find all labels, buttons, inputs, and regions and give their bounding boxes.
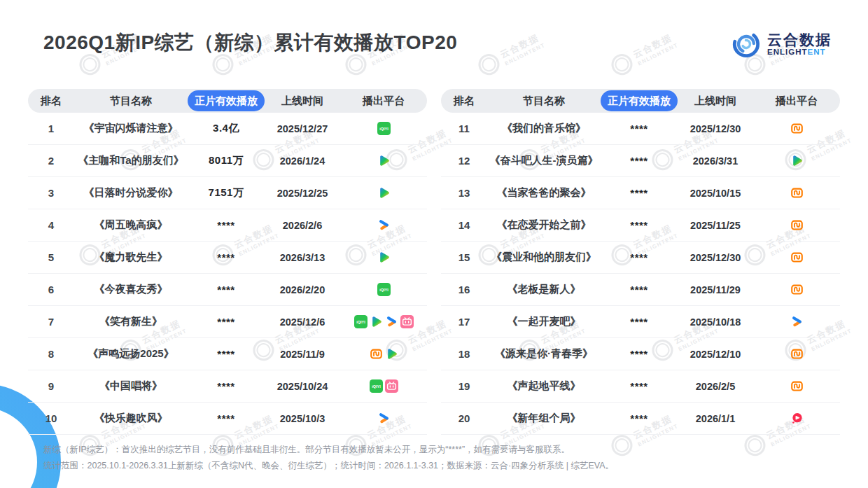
rank-cell: 4 [28, 219, 74, 231]
show-name-cell: 《我们的音乐馆》 [487, 122, 601, 135]
rank-cell: 20 [441, 412, 487, 424]
tencent-icon [377, 154, 391, 167]
plays-cell: **** [601, 219, 678, 231]
mgtv-icon [370, 347, 383, 361]
rank-cell: 15 [441, 251, 487, 263]
plays-cell: **** [601, 123, 678, 134]
platforms-cell: iQIYI [340, 283, 427, 296]
table-row: 5《魔力歌先生》****2026/3/13 [28, 242, 427, 274]
youku-icon [385, 315, 398, 328]
column-header: 排名 [28, 95, 74, 108]
launch-date-cell: 2025/12/6 [265, 316, 340, 328]
launch-date-cell: 2026/2/5 [678, 381, 753, 392]
plays-cell: **** [601, 380, 678, 392]
show-name-cell: 《当家爸爸的聚会》 [487, 186, 601, 200]
rank-cell: 7 [28, 316, 74, 328]
table-row: 9《中国唱将》****2025/10/24iQIYI [28, 370, 427, 403]
tencent-icon [377, 251, 391, 264]
table-header-row: 排名节目名称正片有效播放上线时间播出平台 [28, 89, 427, 113]
plays-cell: **** [601, 187, 678, 199]
youku-icon [377, 218, 391, 232]
table-row: 4《周五晚高疯》****2026/2/6 [28, 209, 427, 242]
table-body: 1《宇宙闪烁请注意》3.4亿2025/12/27iQIYI2《主咖和Ta的朋友们… [28, 113, 427, 435]
launch-date-cell: 2025/12/25 [265, 188, 340, 199]
launch-date-cell: 2026/1/1 [678, 413, 753, 424]
table-row: 3《日落时分说爱你》7151万2025/12/25 [28, 177, 427, 209]
rank-cell: 16 [441, 284, 487, 295]
show-name-cell: 《日落时分说爱你》 [74, 186, 188, 200]
table-header-row: 排名节目名称正片有效播放上线时间播出平台 [441, 89, 840, 113]
launch-date-cell: 2026/3/13 [265, 252, 340, 263]
rank-cell: 14 [441, 219, 487, 231]
platforms-cell [753, 379, 840, 393]
show-name-cell: 《在恋爱开始之前》 [487, 218, 601, 232]
mgtv-icon [790, 186, 804, 200]
platforms-cell [340, 218, 427, 232]
rank-cell: 3 [28, 187, 74, 199]
show-name-cell: 《新年组个局》 [487, 412, 601, 425]
tencent-icon [377, 186, 391, 200]
launch-date-cell: 2025/11/9 [265, 349, 340, 360]
mgtv-icon [790, 218, 804, 232]
table-row: 10《快乐趣吹风》****2025/10/3 [28, 403, 427, 435]
launch-date-cell: 2025/10/3 [265, 413, 340, 424]
show-name-cell: 《源来是你·青春季》 [487, 347, 601, 361]
tencent-icon [370, 315, 383, 328]
launch-date-cell: 2025/12/30 [678, 123, 753, 134]
launch-date-cell: 2025/12/27 [265, 123, 340, 134]
svg-text:iQIYI: iQIYI [356, 320, 365, 324]
show-name-cell: 《主咖和Ta的朋友们》 [74, 154, 188, 167]
table-row: 11《我们的音乐馆》****2025/12/30 [441, 113, 840, 145]
iqiyi-icon: iQIYI [370, 379, 383, 393]
show-name-cell: 《声起地平线》 [487, 379, 601, 393]
rank-table-1-10: 排名节目名称正片有效播放上线时间播出平台 1《宇宙闪烁请注意》3.4亿2025/… [28, 89, 427, 435]
table-row: 14《在恋爱开始之前》****2025/11/25 [441, 209, 840, 242]
youku-icon [790, 315, 804, 328]
show-name-cell: 《声鸣远扬2025》 [74, 347, 188, 361]
launch-date-cell: 2025/10/15 [678, 188, 753, 199]
plays-cell: **** [188, 316, 265, 328]
page-title: 2026Q1新IP综艺（新综）累计有效播放TOP20 [43, 28, 457, 57]
plays-cell: **** [188, 348, 265, 360]
show-name-cell: 《中国唱将》 [74, 379, 188, 393]
plays-cell: 3.4亿 [188, 122, 265, 135]
launch-date-cell: 2026/3/31 [678, 155, 753, 167]
table-row: 1《宇宙闪烁请注意》3.4亿2025/12/27iQIYI [28, 113, 427, 145]
platforms-cell [340, 347, 427, 361]
rank-cell: 9 [28, 380, 74, 392]
plays-cell: **** [188, 219, 265, 231]
enlightent-swirl-icon [732, 29, 761, 59]
launch-date-cell: 2026/2/6 [265, 220, 340, 231]
show-name-cell: 《快乐趣吹风》 [74, 412, 188, 425]
platforms-cell: iQIYI [340, 379, 427, 393]
platforms-cell [340, 412, 427, 425]
column-header: 上线时间 [678, 95, 753, 108]
show-name-cell: 《老板是新人》 [487, 283, 601, 296]
plays-cell: **** [188, 380, 265, 392]
brand-wordmark: 云合数据 ENLIGHTENT [767, 32, 832, 57]
bilibili-icon [400, 315, 414, 328]
launch-date-cell: 2025/10/18 [678, 316, 753, 328]
show-name-cell: 《周五晚高疯》 [74, 218, 188, 232]
platforms-cell [753, 122, 840, 135]
footnote-scope-source: 统计范围：2025.10.1-2026.3.31上新新综（不含综N代、晚会、衍生… [43, 458, 614, 474]
platforms-cell: iQIYI [340, 122, 427, 135]
launch-date-cell: 2025/10/24 [265, 381, 340, 392]
table-row: 7《笑有新生》****2025/12/6iQIYI [28, 306, 427, 338]
iqiyi-icon: iQIYI [377, 122, 391, 135]
rank-cell: 10 [28, 412, 74, 424]
launch-date-cell: 2026/2/20 [265, 284, 340, 295]
table-row: 8《声鸣远扬2025》****2025/11/9 [28, 338, 427, 370]
show-name-cell: 《宇宙闪烁请注意》 [74, 122, 188, 135]
plays-cell: 8011万 [188, 154, 265, 167]
show-name-cell: 《笑有新生》 [74, 315, 188, 328]
rank-cell: 8 [28, 348, 74, 360]
table-row: 16《老板是新人》****2025/11/29 [441, 274, 840, 306]
plays-cell: **** [188, 412, 265, 424]
mgtv-icon [790, 379, 804, 393]
platforms-cell [753, 283, 840, 296]
mgtv-icon [790, 347, 804, 361]
svg-text:iQIYI: iQIYI [379, 127, 388, 131]
brand-logo: 云合数据 ENLIGHTENT [732, 29, 832, 59]
rank-cell: 18 [441, 348, 487, 360]
